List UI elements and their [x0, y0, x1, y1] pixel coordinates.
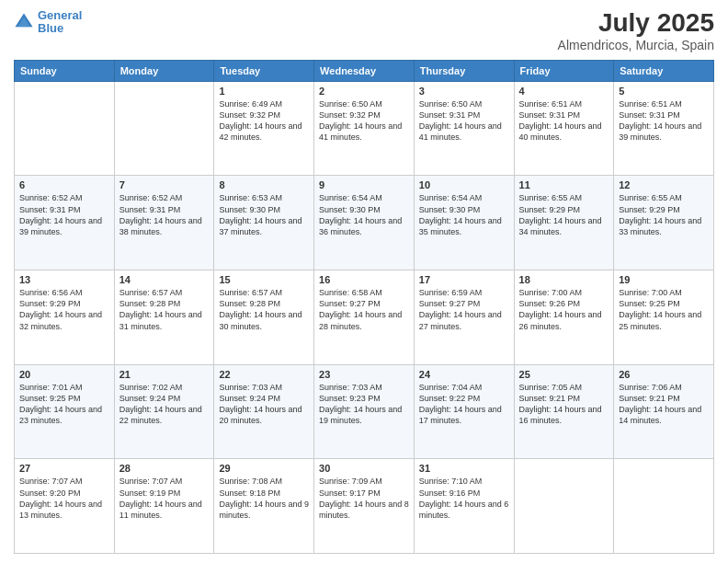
location: Almendricos, Murcia, Spain — [558, 38, 714, 52]
day-info: Sunrise: 6:58 AMSunset: 9:27 PMDaylight:… — [319, 287, 409, 332]
calendar-cell: 11Sunrise: 6:55 AMSunset: 9:29 PMDayligh… — [514, 176, 614, 270]
day-number: 9 — [319, 179, 409, 190]
calendar-cell: 22Sunrise: 7:03 AMSunset: 9:24 PMDayligh… — [214, 364, 314, 459]
logo: General Blue — [14, 9, 82, 36]
weekday-header-tuesday: Tuesday — [214, 60, 314, 81]
day-number: 27 — [19, 463, 109, 474]
day-number: 23 — [319, 369, 409, 380]
day-info: Sunrise: 6:54 AMSunset: 9:30 PMDaylight:… — [419, 192, 509, 237]
calendar-cell: 3Sunrise: 6:50 AMSunset: 9:31 PMDaylight… — [414, 81, 514, 176]
calendar-cell: 18Sunrise: 7:00 AMSunset: 9:26 PMDayligh… — [514, 270, 614, 365]
week-row-1: 1Sunrise: 6:49 AMSunset: 9:32 PMDaylight… — [15, 81, 714, 176]
day-info: Sunrise: 7:02 AMSunset: 9:24 PMDaylight:… — [119, 382, 210, 427]
calendar-cell: 21Sunrise: 7:02 AMSunset: 9:24 PMDayligh… — [114, 364, 214, 459]
calendar-cell: 12Sunrise: 6:55 AMSunset: 9:29 PMDayligh… — [614, 176, 714, 270]
day-info: Sunrise: 7:05 AMSunset: 9:21 PMDaylight:… — [519, 382, 609, 427]
day-number: 11 — [519, 179, 609, 190]
calendar-cell: 6Sunrise: 6:52 AMSunset: 9:31 PMDaylight… — [15, 176, 115, 270]
calendar-cell: 8Sunrise: 6:53 AMSunset: 9:30 PMDaylight… — [214, 176, 314, 270]
calendar-cell: 30Sunrise: 7:09 AMSunset: 9:17 PMDayligh… — [314, 459, 415, 554]
calendar-cell: 31Sunrise: 7:10 AMSunset: 9:16 PMDayligh… — [414, 459, 514, 554]
day-number: 13 — [19, 274, 109, 285]
weekday-header-thursday: Thursday — [414, 60, 514, 81]
title-block: July 2025 Almendricos, Murcia, Spain — [558, 9, 714, 52]
logo-text: General Blue — [38, 9, 82, 36]
day-info: Sunrise: 6:51 AMSunset: 9:31 PMDaylight:… — [519, 98, 609, 144]
calendar-cell: 17Sunrise: 6:59 AMSunset: 9:27 PMDayligh… — [414, 270, 514, 365]
calendar-cell: 16Sunrise: 6:58 AMSunset: 9:27 PMDayligh… — [314, 270, 415, 365]
day-number: 16 — [319, 274, 409, 285]
calendar-cell: 14Sunrise: 6:57 AMSunset: 9:28 PMDayligh… — [114, 270, 214, 365]
weekday-header-wednesday: Wednesday — [314, 60, 415, 81]
day-number: 6 — [19, 179, 109, 190]
calendar-cell: 19Sunrise: 7:00 AMSunset: 9:25 PMDayligh… — [614, 270, 714, 365]
calendar-cell: 1Sunrise: 6:49 AMSunset: 9:32 PMDaylight… — [214, 81, 314, 176]
calendar-cell: 20Sunrise: 7:01 AMSunset: 9:25 PMDayligh… — [15, 364, 115, 459]
month-year: July 2025 — [558, 9, 714, 38]
calendar-cell: 2Sunrise: 6:50 AMSunset: 9:32 PMDaylight… — [314, 81, 415, 176]
day-number: 5 — [619, 86, 709, 97]
day-info: Sunrise: 6:55 AMSunset: 9:29 PMDaylight:… — [619, 192, 709, 237]
day-number: 26 — [619, 369, 709, 380]
calendar-cell: 28Sunrise: 7:07 AMSunset: 9:19 PMDayligh… — [114, 459, 214, 554]
day-number: 14 — [119, 274, 210, 285]
day-info: Sunrise: 6:50 AMSunset: 9:32 PMDaylight:… — [319, 98, 409, 144]
day-info: Sunrise: 6:59 AMSunset: 9:27 PMDaylight:… — [419, 287, 509, 332]
calendar-cell — [514, 459, 614, 554]
calendar-cell: 9Sunrise: 6:54 AMSunset: 9:30 PMDaylight… — [314, 176, 415, 270]
day-info: Sunrise: 6:52 AMSunset: 9:31 PMDaylight:… — [119, 192, 210, 237]
day-info: Sunrise: 6:49 AMSunset: 9:32 PMDaylight:… — [219, 98, 309, 144]
day-number: 2 — [319, 86, 409, 97]
day-number: 25 — [519, 369, 609, 380]
calendar-cell: 25Sunrise: 7:05 AMSunset: 9:21 PMDayligh… — [514, 364, 614, 459]
day-number: 22 — [219, 369, 309, 380]
calendar-cell — [114, 81, 214, 176]
day-info: Sunrise: 7:03 AMSunset: 9:24 PMDaylight:… — [219, 382, 309, 427]
day-info: Sunrise: 6:57 AMSunset: 9:28 PMDaylight:… — [219, 287, 309, 332]
day-number: 4 — [519, 86, 609, 97]
day-info: Sunrise: 6:50 AMSunset: 9:31 PMDaylight:… — [419, 98, 509, 144]
week-row-3: 13Sunrise: 6:56 AMSunset: 9:29 PMDayligh… — [15, 270, 714, 365]
header: General Blue July 2025 Almendricos, Murc… — [14, 9, 714, 52]
day-info: Sunrise: 6:51 AMSunset: 9:31 PMDaylight:… — [619, 98, 709, 144]
calendar-cell — [15, 81, 115, 176]
day-info: Sunrise: 6:53 AMSunset: 9:30 PMDaylight:… — [219, 192, 309, 237]
day-number: 12 — [619, 179, 709, 190]
day-info: Sunrise: 7:00 AMSunset: 9:26 PMDaylight:… — [519, 287, 609, 332]
week-row-5: 27Sunrise: 7:07 AMSunset: 9:20 PMDayligh… — [15, 459, 714, 554]
day-number: 7 — [119, 179, 210, 190]
day-number: 8 — [219, 179, 309, 190]
day-number: 17 — [419, 274, 509, 285]
day-info: Sunrise: 7:01 AMSunset: 9:25 PMDaylight:… — [19, 382, 109, 427]
calendar-cell: 29Sunrise: 7:08 AMSunset: 9:18 PMDayligh… — [214, 459, 314, 554]
calendar-cell: 5Sunrise: 6:51 AMSunset: 9:31 PMDaylight… — [614, 81, 714, 176]
weekday-header-monday: Monday — [114, 60, 214, 81]
week-row-2: 6Sunrise: 6:52 AMSunset: 9:31 PMDaylight… — [15, 176, 714, 270]
calendar-cell: 27Sunrise: 7:07 AMSunset: 9:20 PMDayligh… — [15, 459, 115, 554]
day-info: Sunrise: 6:52 AMSunset: 9:31 PMDaylight:… — [19, 192, 109, 237]
calendar-table: SundayMondayTuesdayWednesdayThursdayFrid… — [14, 60, 714, 554]
day-info: Sunrise: 7:07 AMSunset: 9:20 PMDaylight:… — [19, 476, 109, 521]
calendar-cell: 4Sunrise: 6:51 AMSunset: 9:31 PMDaylight… — [514, 81, 614, 176]
day-number: 30 — [319, 463, 409, 474]
logo-line2: Blue — [38, 21, 63, 35]
calendar-cell — [614, 459, 714, 554]
day-info: Sunrise: 6:55 AMSunset: 9:29 PMDaylight:… — [519, 192, 609, 237]
logo-line1: General — [38, 8, 82, 22]
page: General Blue July 2025 Almendricos, Murc… — [0, 0, 728, 563]
day-number: 21 — [119, 369, 210, 380]
day-info: Sunrise: 7:07 AMSunset: 9:19 PMDaylight:… — [119, 476, 210, 521]
weekday-header-sunday: Sunday — [15, 60, 115, 81]
day-number: 18 — [519, 274, 609, 285]
calendar-cell: 7Sunrise: 6:52 AMSunset: 9:31 PMDaylight… — [114, 176, 214, 270]
day-number: 1 — [219, 86, 309, 97]
calendar-cell: 23Sunrise: 7:03 AMSunset: 9:23 PMDayligh… — [314, 364, 415, 459]
day-number: 29 — [219, 463, 309, 474]
day-number: 31 — [419, 463, 509, 474]
day-number: 24 — [419, 369, 509, 380]
calendar-cell: 13Sunrise: 6:56 AMSunset: 9:29 PMDayligh… — [15, 270, 115, 365]
day-number: 3 — [419, 86, 509, 97]
calendar-cell: 26Sunrise: 7:06 AMSunset: 9:21 PMDayligh… — [614, 364, 714, 459]
day-info: Sunrise: 6:56 AMSunset: 9:29 PMDaylight:… — [19, 287, 109, 332]
day-number: 10 — [419, 179, 509, 190]
